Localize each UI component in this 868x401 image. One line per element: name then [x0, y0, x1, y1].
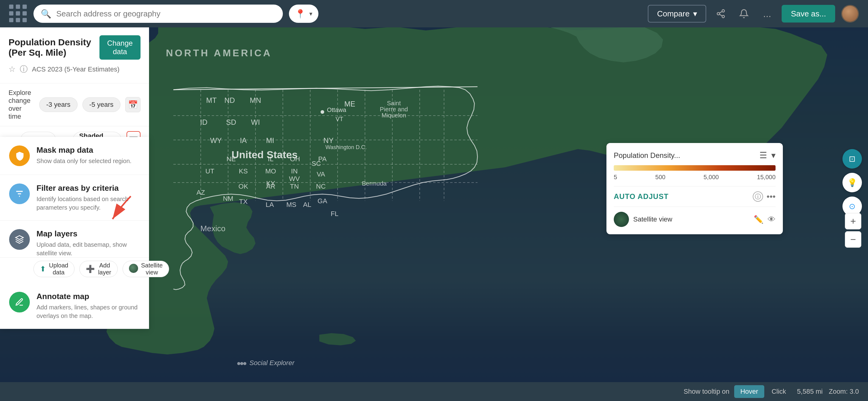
- svg-text:MT: MT: [206, 96, 217, 104]
- auto-adjust-info-button[interactable]: ⓘ: [753, 191, 763, 202]
- svg-text:United States: United States: [231, 149, 298, 160]
- edit-panel-button[interactable]: ⊡: [842, 149, 862, 168]
- annotate-map-item[interactable]: Annotate map Add markers, lines, shapes …: [0, 283, 149, 329]
- filter-areas-title: Filter areas by criteria: [36, 183, 140, 193]
- map-layers-desc: Upload data, edit basemap, show satellit…: [36, 240, 140, 257]
- search-input[interactable]: [56, 9, 276, 19]
- chevron-down-icon: ▾: [693, 9, 697, 19]
- mask-map-desc: Show data only for selected region.: [36, 157, 140, 165]
- mask-map-text: Mask map data Show data only for selecte…: [36, 146, 140, 165]
- more-button[interactable]: ...: [758, 5, 776, 22]
- satellite-row: Satellite view ✏️ 👁: [614, 207, 776, 227]
- top-nav: 🔍 📍 ▾ Compare ▾ ... Save as...: [0, 0, 868, 27]
- share-button[interactable]: [712, 5, 729, 22]
- click-button[interactable]: Click: [767, 385, 791, 398]
- svg-point-53: [320, 110, 324, 114]
- legend-label-500: 500: [655, 174, 665, 181]
- data-source: ACS 2023 (5-Year Estimates): [32, 65, 120, 73]
- legend-labels: 5 500 5,000 15,000: [614, 174, 776, 181]
- svg-point-67: [722, 15, 724, 18]
- explore-label: Explore change over time: [8, 89, 34, 121]
- zoom-out-button[interactable]: −: [845, 231, 861, 248]
- apps-grid-button[interactable]: [9, 5, 27, 23]
- lightbulb-button[interactable]: 💡: [842, 173, 862, 192]
- svg-text:Bermuda: Bermuda: [362, 180, 387, 187]
- minus5-years-button[interactable]: -5 years: [83, 97, 120, 112]
- svg-text:AZ: AZ: [196, 189, 205, 196]
- panel-meta: ☆ ⓘ ACS 2023 (5-Year Estimates): [8, 64, 141, 74]
- svg-text:MO: MO: [265, 167, 276, 175]
- satellite-edit-button[interactable]: ✏️: [754, 215, 764, 224]
- svg-text:WY: WY: [210, 136, 222, 145]
- zoom-in-button[interactable]: +: [845, 213, 861, 229]
- svg-line-69: [720, 11, 722, 13]
- legend-panel: Population Density... ☰ ▾ 5 500 5,000 15…: [607, 143, 783, 234]
- svg-text:TX: TX: [239, 198, 248, 205]
- mask-map-item[interactable]: Mask map data Show data only for selecte…: [0, 137, 149, 175]
- svg-text:ID: ID: [200, 118, 208, 126]
- satellite-small-icon: [129, 264, 138, 274]
- satellite-view-button[interactable]: Satellite view: [123, 261, 169, 277]
- notify-button[interactable]: [735, 5, 752, 22]
- auto-adjust-row: AUTO ADJUST ⓘ •••: [614, 186, 776, 202]
- annotation-arrow: [103, 193, 140, 231]
- svg-text:MN: MN: [250, 96, 261, 104]
- satellite-thumbnail: [614, 212, 629, 227]
- svg-marker-73: [16, 236, 23, 240]
- svg-text:WI: WI: [251, 118, 260, 126]
- upload-icon: ⬆: [40, 265, 46, 273]
- map-layers-text: Map layers Upload data, edit basemap, sh…: [36, 229, 140, 257]
- left-panel: Population Density (Per Sq. Mile) Change…: [0, 27, 149, 154]
- svg-text:Saint: Saint: [387, 100, 401, 106]
- legend-title: Population Density...: [614, 151, 680, 160]
- svg-text:LA: LA: [266, 201, 274, 208]
- explore-row: Explore change over time -3 years -5 yea…: [0, 83, 149, 126]
- svg-point-63: [243, 362, 246, 365]
- svg-point-66: [717, 12, 720, 15]
- svg-text:IA: IA: [240, 136, 247, 145]
- star-icon[interactable]: ☆: [8, 64, 16, 74]
- auto-adjust-more-button[interactable]: •••: [767, 192, 776, 202]
- svg-text:NM: NM: [223, 195, 233, 202]
- save-button[interactable]: Save as...: [782, 5, 835, 23]
- calendar-button[interactable]: 📅: [125, 97, 141, 112]
- right-controls: ⊡ 💡 ⊙: [842, 149, 862, 216]
- satellite-eye-button[interactable]: 👁: [768, 215, 776, 224]
- mask-map-title: Mask map data: [36, 146, 140, 155]
- svg-text:Miquelon: Miquelon: [381, 112, 406, 119]
- svg-text:KY: KY: [266, 180, 275, 187]
- search-bar: 🔍: [33, 5, 283, 23]
- svg-text:KS: KS: [239, 167, 248, 175]
- compare-button[interactable]: Compare ▾: [648, 5, 706, 23]
- change-data-button[interactable]: Change data: [99, 35, 141, 60]
- svg-text:Washington D.C.: Washington D.C.: [326, 144, 367, 150]
- dropdown-menu: Mask map data Show data only for selecte…: [0, 137, 149, 329]
- svg-text:GA: GA: [317, 197, 327, 205]
- user-avatar[interactable]: [841, 5, 859, 23]
- legend-expand-icon[interactable]: ▾: [771, 150, 776, 160]
- svg-text:SC: SC: [312, 160, 321, 167]
- svg-text:UT: UT: [205, 167, 214, 175]
- legend-list-icon[interactable]: ☰: [760, 150, 767, 160]
- search-icon: 🔍: [41, 9, 52, 19]
- svg-text:MI: MI: [266, 136, 274, 145]
- upload-data-button[interactable]: ⬆ Upload data: [33, 261, 74, 277]
- svg-text:Social Explorer: Social Explorer: [249, 359, 295, 367]
- info-icon[interactable]: ⓘ: [20, 64, 28, 74]
- location-button[interactable]: 📍 ▾: [289, 5, 318, 23]
- svg-text:VA: VA: [317, 171, 325, 178]
- svg-text:NY: NY: [323, 136, 333, 145]
- mask-icon: [9, 146, 30, 166]
- svg-text:SD: SD: [226, 118, 236, 126]
- svg-text:NORTH AMERICA: NORTH AMERICA: [166, 48, 272, 58]
- annotate-icon: [9, 292, 30, 312]
- filter-icon: [9, 183, 30, 204]
- legend-header: Population Density... ☰ ▾: [614, 150, 776, 160]
- plus-icon: ➕: [86, 265, 95, 273]
- svg-text:IN: IN: [291, 167, 298, 175]
- svg-text:ND: ND: [224, 96, 235, 104]
- panel-header-top: Population Density (Per Sq. Mile) Change…: [8, 35, 141, 60]
- hover-button[interactable]: Hover: [734, 385, 764, 398]
- minus3-years-button[interactable]: -3 years: [39, 97, 77, 112]
- add-layer-button[interactable]: ➕ Add layer: [80, 261, 117, 277]
